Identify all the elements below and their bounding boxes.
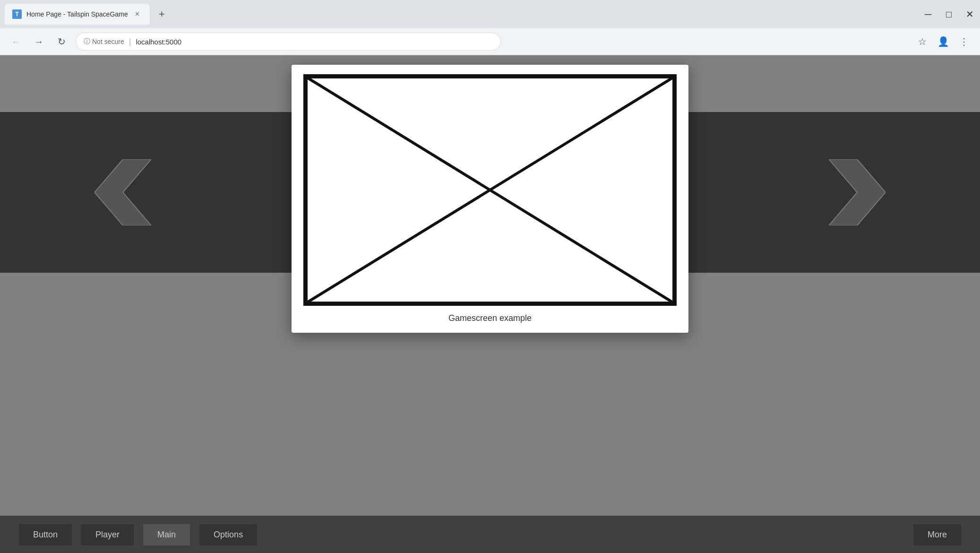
- browser-chrome: T Home Page - Tailspin SpaceGame × + ─ □…: [0, 0, 980, 55]
- url-text: localhost:5000: [136, 38, 181, 46]
- info-icon: ⓘ: [84, 37, 90, 46]
- tab-close-button[interactable]: ×: [133, 9, 142, 19]
- bottom-btn-more[interactable]: More: [913, 524, 961, 545]
- tab-title: Home Page - Tailspin SpaceGame: [26, 10, 128, 18]
- toolbar-right: ☆ 👤 ⋮: [914, 33, 972, 50]
- not-secure-label: Not secure: [92, 38, 124, 45]
- forward-button[interactable]: →: [30, 33, 47, 50]
- modal-caption: Gamescreen example: [448, 313, 532, 323]
- title-bar: T Home Page - Tailspin SpaceGame × + ─ □…: [0, 0, 980, 28]
- browser-tab[interactable]: T Home Page - Tailspin SpaceGame ×: [5, 4, 150, 25]
- bottom-btn-4[interactable]: Options: [199, 524, 257, 545]
- profile-button[interactable]: 👤: [935, 33, 952, 50]
- modal-dialog: Gamescreen example: [292, 65, 688, 333]
- modal-overlay: Gamescreen example: [0, 55, 980, 553]
- game-screenshot-image: [303, 74, 677, 306]
- security-indicator: ⓘ Not secure: [84, 37, 124, 46]
- url-bar[interactable]: ⓘ Not secure | localhost:5000: [76, 33, 501, 51]
- tab-favicon: T: [12, 9, 22, 19]
- window-controls: ─ □ ✕: [922, 9, 975, 20]
- bottom-btn-1[interactable]: Button: [19, 524, 72, 545]
- close-window-button[interactable]: ✕: [964, 9, 975, 20]
- menu-button[interactable]: ⋮: [955, 33, 972, 50]
- maximize-button[interactable]: □: [943, 9, 954, 20]
- bookmark-button[interactable]: ☆: [914, 33, 931, 50]
- url-separator: |: [129, 37, 131, 47]
- page-content: Download game: [0, 55, 980, 553]
- bottom-btn-2[interactable]: Player: [81, 524, 134, 545]
- minimize-button[interactable]: ─: [922, 9, 934, 20]
- bottom-btn-3[interactable]: Main: [143, 524, 190, 545]
- bottom-navigation: Button Player Main Options More: [0, 516, 980, 553]
- back-button[interactable]: ←: [8, 33, 25, 50]
- address-bar: ← → ↻ ⓘ Not secure | localhost:5000 ☆ 👤 …: [0, 28, 980, 55]
- new-tab-button[interactable]: +: [154, 6, 171, 23]
- refresh-button[interactable]: ↻: [53, 33, 70, 50]
